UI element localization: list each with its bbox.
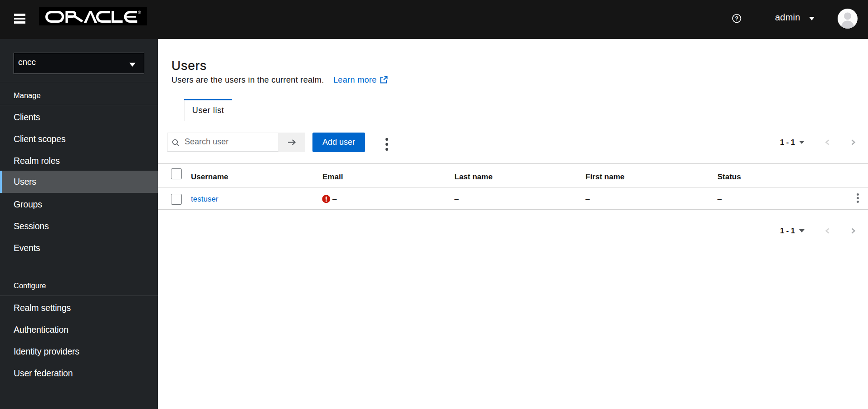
svg-text:?: ?	[735, 15, 739, 22]
